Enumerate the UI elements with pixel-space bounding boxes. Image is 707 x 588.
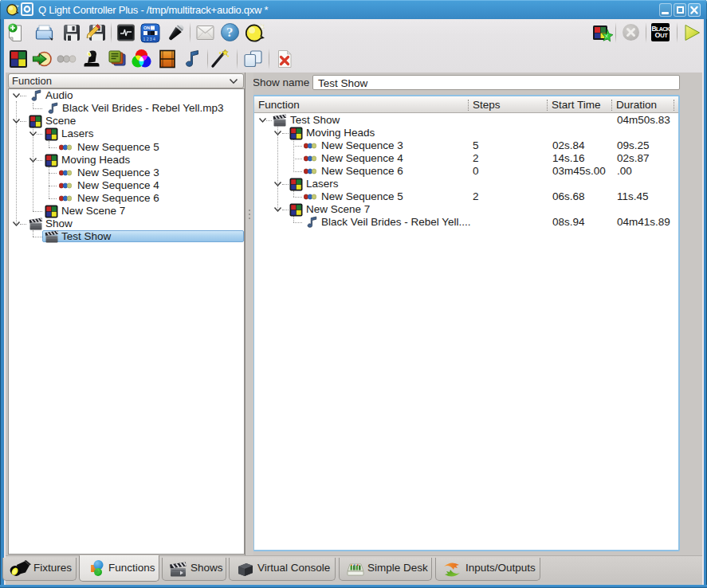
svg-text:?: ? — [226, 25, 234, 40]
svg-text:1 2 3 4: 1 2 3 4 — [143, 37, 156, 41]
svg-text:ON: ON — [143, 25, 150, 30]
